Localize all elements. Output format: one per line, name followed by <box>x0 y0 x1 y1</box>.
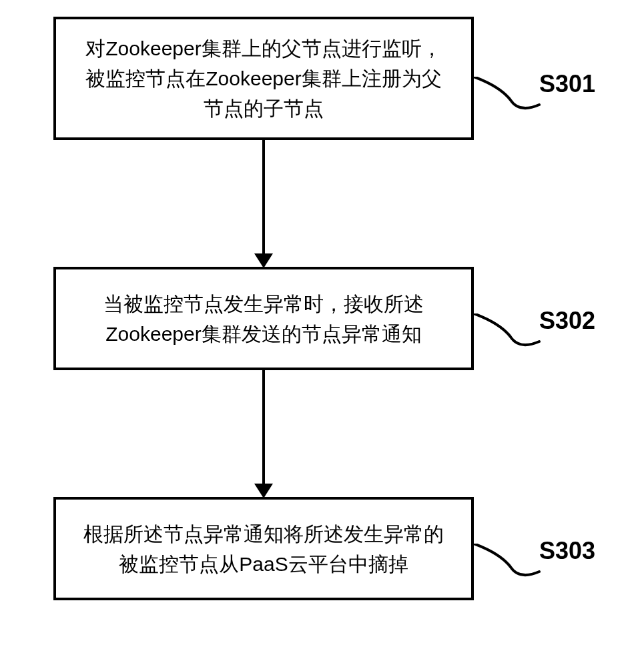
connector-brace-3 <box>474 544 541 590</box>
connector-brace-1 <box>474 77 541 123</box>
step-box-1: 对Zookeeper集群上的父节点进行监听，被监控节点在Zookeeper集群上… <box>53 17 474 140</box>
step-text-2: 当被监控节点发生异常时，接收所述Zookeeper集群发送的节点异常通知 <box>76 289 451 349</box>
arrow-head-2 <box>254 484 273 498</box>
step-label-2: S302 <box>539 307 595 335</box>
arrow-head-1 <box>254 253 273 268</box>
step-label-1: S301 <box>539 70 595 98</box>
step-text-3: 根据所述节点异常通知将所述发生异常的被监控节点从PaaS云平台中摘掉 <box>76 519 451 579</box>
connector-brace-2 <box>474 313 541 360</box>
flowchart-canvas: 对Zookeeper集群上的父节点进行监听，被监控节点在Zookeeper集群上… <box>0 0 644 667</box>
step-label-3: S303 <box>539 537 595 565</box>
step-text-1: 对Zookeeper集群上的父节点进行监听，被监控节点在Zookeeper集群上… <box>76 33 451 123</box>
arrow-line-1 <box>262 140 265 253</box>
arrow-line-2 <box>262 370 265 484</box>
step-box-3: 根据所述节点异常通知将所述发生异常的被监控节点从PaaS云平台中摘掉 <box>53 497 474 600</box>
step-box-2: 当被监控节点发生异常时，接收所述Zookeeper集群发送的节点异常通知 <box>53 267 474 370</box>
